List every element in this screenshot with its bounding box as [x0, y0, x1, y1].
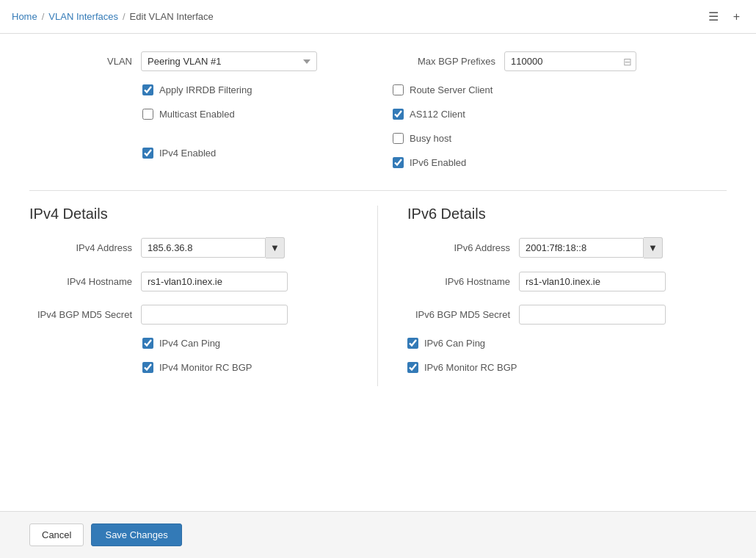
- busy-host-checkbox[interactable]: [393, 133, 404, 144]
- ipv4-can-ping-label[interactable]: IPv4 Can Ping: [159, 338, 220, 349]
- vlan-label: VLAN: [29, 56, 132, 67]
- ipv4-can-ping-row: IPv4 Can Ping: [29, 338, 363, 349]
- ipv6-enabled-label[interactable]: IPv6 Enabled: [410, 157, 466, 168]
- multicast-row: Multicast Enabled: [29, 109, 378, 120]
- breadcrumb-home[interactable]: Home: [12, 11, 37, 22]
- vlan-row: VLAN Peering VLAN #1 Peering VLAN #2 Tra…: [29, 51, 378, 71]
- max-bgp-row: Max BGP Prefixes ⊟: [378, 51, 727, 71]
- ipv4-hostname-row: IPv4 Hostname: [29, 272, 363, 291]
- busy-host-label[interactable]: Busy host: [410, 133, 451, 144]
- ipv6-address-select-wrap: 2001:7f8:18::8 2001:7f8:18::9 ▼: [519, 237, 663, 258]
- breadcrumb-vlan[interactable]: VLAN Interfaces: [48, 11, 118, 22]
- apply-irrdb-checkbox[interactable]: [142, 84, 153, 95]
- multicast-label[interactable]: Multicast Enabled: [159, 109, 235, 120]
- main-content: VLAN Peering VLAN #1 Peering VLAN #2 Tra…: [0, 34, 756, 518]
- route-server-row: Route Server Client: [378, 84, 727, 95]
- route-server-label[interactable]: Route Server Client: [410, 84, 493, 95]
- ipv6-address-label: IPv6 Address: [407, 242, 510, 253]
- ipv4-hostname-label: IPv4 Hostname: [29, 276, 132, 287]
- top-form: VLAN Peering VLAN #1 Peering VLAN #2 Tra…: [29, 51, 727, 181]
- breadcrumb-sep-1: /: [42, 11, 45, 22]
- ipv4-hostname-input[interactable]: [141, 272, 288, 291]
- ipv6-address-row: IPv6 Address 2001:7f8:18::8 2001:7f8:18:…: [407, 237, 727, 258]
- ipv6-enabled-checkbox[interactable]: [393, 157, 404, 168]
- route-server-checkbox[interactable]: [393, 84, 404, 95]
- ipv4-address-chevron[interactable]: ▼: [266, 237, 285, 258]
- details-sections: IPv4 Details IPv4 Address 185.6.36.8 185…: [29, 190, 727, 386]
- top-form-right: Max BGP Prefixes ⊟ Route Server Client A…: [378, 51, 727, 181]
- list-icon: ☰: [708, 10, 719, 23]
- max-bgp-label: Max BGP Prefixes: [378, 56, 495, 67]
- ipv6-monitor-bgp-row: IPv6 Monitor RC BGP: [407, 362, 727, 373]
- ipv6-hostname-input[interactable]: [519, 272, 666, 291]
- as112-label[interactable]: AS112 Client: [410, 109, 465, 120]
- ipv4-section-title: IPv4 Details: [29, 206, 363, 222]
- ipv4-address-label: IPv4 Address: [29, 242, 132, 253]
- ipv6-md5-input[interactable]: [519, 305, 666, 325]
- ipv4-address-select-wrap: 185.6.36.8 185.6.36.9 185.6.36.10 ▼: [141, 237, 285, 258]
- as112-row: AS112 Client: [378, 109, 727, 120]
- ipv4-monitor-bgp-row: IPv4 Monitor RC BGP: [29, 362, 363, 373]
- plus-icon: +: [733, 10, 740, 23]
- ipv6-can-ping-label[interactable]: IPv6 Can Ping: [424, 338, 485, 349]
- ipv6-monitor-bgp-checkbox[interactable]: [407, 362, 418, 373]
- ipv6-address-chevron[interactable]: ▼: [644, 237, 663, 258]
- ipv4-can-ping-checkbox[interactable]: [142, 338, 153, 349]
- apply-irrdb-row: Apply IRRDB Filtering: [29, 84, 378, 95]
- ipv6-address-select[interactable]: 2001:7f8:18::8 2001:7f8:18::9: [519, 238, 644, 258]
- as112-checkbox[interactable]: [393, 109, 404, 120]
- breadcrumb-current: Edit VLAN Interface: [130, 11, 214, 22]
- ipv6-hostname-row: IPv6 Hostname: [407, 272, 727, 291]
- ipv4-enabled-row: IPv4 Enabled: [29, 148, 378, 159]
- ipv6-can-ping-checkbox[interactable]: [407, 338, 418, 349]
- ipv6-hostname-label: IPv6 Hostname: [407, 276, 510, 287]
- ipv4-monitor-bgp-label[interactable]: IPv4 Monitor RC BGP: [159, 362, 252, 373]
- ipv6-md5-row: IPv6 BGP MD5 Secret: [407, 305, 727, 325]
- add-button[interactable]: +: [729, 7, 744, 26]
- ipv4-monitor-bgp-checkbox[interactable]: [142, 362, 153, 373]
- ipv6-monitor-bgp-label[interactable]: IPv6 Monitor RC BGP: [424, 362, 517, 373]
- ipv4-md5-input[interactable]: [141, 305, 288, 325]
- multicast-checkbox[interactable]: [142, 109, 153, 120]
- ipv6-can-ping-row: IPv6 Can Ping: [407, 338, 727, 349]
- max-bgp-input[interactable]: [504, 51, 636, 71]
- top-nav: Home / VLAN Interfaces / Edit VLAN Inter…: [0, 0, 756, 34]
- ipv4-address-row: IPv4 Address 185.6.36.8 185.6.36.9 185.6…: [29, 237, 363, 258]
- action-bar: Cancel Save Changes: [0, 511, 756, 518]
- max-bgp-input-wrap: ⊟: [504, 51, 636, 71]
- list-view-button[interactable]: ☰: [704, 7, 723, 26]
- ipv4-md5-row: IPv4 BGP MD5 Secret: [29, 305, 363, 325]
- ipv6-section: IPv6 Details IPv6 Address 2001:7f8:18::8…: [378, 206, 727, 386]
- ipv4-section: IPv4 Details IPv4 Address 185.6.36.8 185…: [29, 206, 378, 386]
- busy-host-row: Busy host: [378, 133, 727, 144]
- vlan-select[interactable]: Peering VLAN #1 Peering VLAN #2 Transit …: [141, 51, 317, 71]
- ipv4-enabled-label[interactable]: IPv4 Enabled: [159, 148, 216, 159]
- ipv4-md5-label: IPv4 BGP MD5 Secret: [29, 309, 132, 320]
- ipv4-address-select[interactable]: 185.6.36.8 185.6.36.9 185.6.36.10: [141, 238, 266, 258]
- ipv6-enabled-row: IPv6 Enabled: [378, 157, 727, 168]
- top-form-left: VLAN Peering VLAN #1 Peering VLAN #2 Tra…: [29, 51, 378, 181]
- ipv6-section-title: IPv6 Details: [407, 206, 727, 222]
- apply-irrdb-label[interactable]: Apply IRRDB Filtering: [159, 84, 252, 95]
- breadcrumb: Home / VLAN Interfaces / Edit VLAN Inter…: [12, 11, 214, 22]
- ipv4-enabled-checkbox[interactable]: [142, 148, 153, 159]
- ipv6-md5-label: IPv6 BGP MD5 Secret: [407, 309, 510, 320]
- breadcrumb-sep-2: /: [123, 11, 126, 22]
- nav-icons: ☰ +: [704, 7, 744, 26]
